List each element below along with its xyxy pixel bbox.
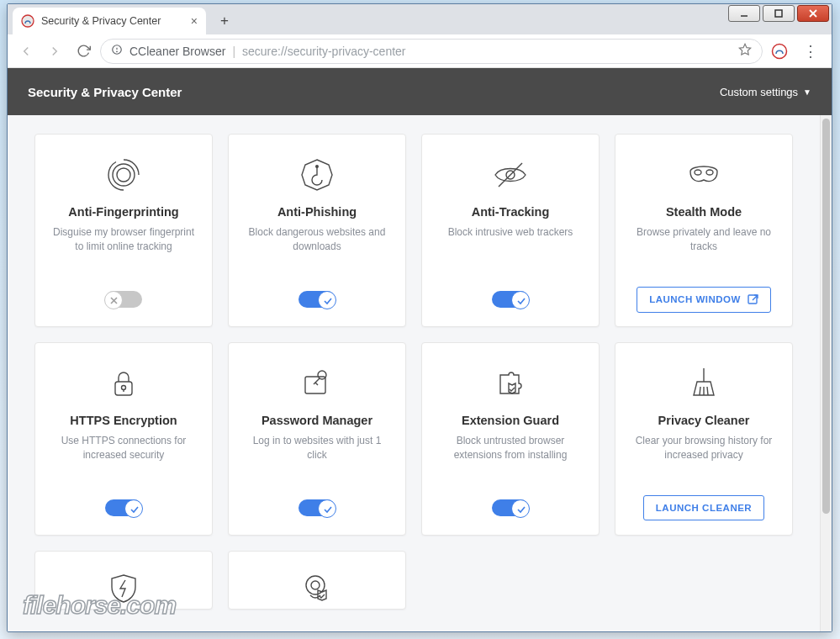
ccleaner-extension-icon[interactable]	[771, 43, 788, 60]
toggle-switch[interactable]	[492, 499, 529, 516]
page-title: Security & Privacy Center	[28, 85, 182, 99]
card-description: Log in to websites with just 1 click	[242, 434, 392, 462]
window-controls	[728, 4, 832, 24]
caret-down-icon: ▼	[803, 87, 811, 97]
feature-card	[228, 551, 406, 610]
card-title: Anti-Fingerprinting	[68, 205, 178, 219]
card-description: Block dangerous websites and downloads	[242, 225, 392, 254]
card-description: Block untrusted browser extensions from …	[436, 434, 585, 462]
feature-card: Anti-Tracking Block intrusive web tracke…	[421, 134, 600, 327]
browser-toolbar: CCleaner Browser | secure://security-pri…	[8, 34, 832, 68]
maximize-button[interactable]	[763, 5, 795, 22]
card-title: Stealth Mode	[666, 205, 742, 219]
browser-menu-icon[interactable]: ⋮	[796, 42, 825, 61]
bookmark-star-icon[interactable]	[738, 43, 752, 59]
card-description: Block intrusive web trackers	[448, 225, 573, 254]
svg-point-6	[117, 51, 118, 52]
card-description: Browse privately and leave no tracks	[629, 225, 779, 254]
page-content: Security & Privacy Center Custom setting…	[8, 68, 832, 631]
toggle-switch[interactable]	[298, 499, 335, 516]
cards-grid-scroll[interactable]: Anti-Fingerprinting Disguise my browser …	[8, 115, 820, 631]
fingerprint-icon	[103, 151, 144, 198]
launch-button-label: LAUNCH WINDOW	[649, 294, 741, 304]
key-icon	[297, 360, 337, 407]
toggle-switch[interactable]	[105, 291, 142, 308]
tab-favicon-icon	[21, 14, 34, 28]
launch-button[interactable]: LAUNCH CLEANER	[643, 495, 764, 520]
card-description: Clear your browsing history for increase…	[629, 434, 779, 462]
svg-marker-7	[739, 44, 750, 55]
page-header: Security & Privacy Center Custom setting…	[8, 68, 832, 115]
feature-card: Extension Guard Block untrusted browser …	[421, 342, 600, 536]
lock-icon	[103, 360, 144, 407]
card-description: Disguise my browser fingerprint to limit…	[49, 225, 198, 254]
cards-grid: Anti-Fingerprinting Disguise my browser …	[34, 134, 793, 536]
card-title: Password Manager	[262, 414, 372, 427]
feature-card: Password Manager Log in to websites with…	[228, 342, 406, 536]
cards-grid-partial	[34, 551, 793, 610]
vertical-scrollbar[interactable]	[820, 115, 832, 631]
back-button[interactable]	[14, 40, 38, 63]
feature-card: HTTPS Encryption Use HTTPS connections f…	[34, 342, 213, 536]
card-title: HTTPS Encryption	[70, 414, 177, 427]
phishing-icon	[297, 151, 337, 198]
tab-strip: Security & Privacy Center × +	[8, 4, 832, 34]
minimize-button[interactable]	[728, 5, 760, 22]
toggle-switch[interactable]	[105, 499, 142, 516]
tab-title: Security & Privacy Center	[41, 15, 161, 27]
toggle-switch[interactable]	[298, 291, 335, 308]
tab-close-icon[interactable]: ×	[191, 14, 198, 28]
mask-icon	[684, 151, 724, 198]
launch-button[interactable]: LAUNCH WINDOW	[637, 287, 771, 313]
webcam-shield-icon	[297, 568, 337, 609]
browser-tab[interactable]: Security & Privacy Center ×	[13, 8, 206, 34]
card-description: Use HTTPS connections for increased secu…	[49, 434, 198, 462]
broom-icon	[684, 360, 724, 407]
card-title: Privacy Cleaner	[658, 414, 750, 427]
close-button[interactable]	[797, 5, 829, 22]
scrollbar-thumb[interactable]	[822, 119, 830, 514]
card-title: Anti-Phishing	[277, 205, 357, 219]
feature-card: Stealth Mode Browse privately and leave …	[615, 134, 793, 327]
svg-rect-1	[775, 10, 782, 17]
feature-card: Anti-Fingerprinting Disguise my browser …	[34, 134, 213, 327]
forward-button[interactable]	[43, 40, 66, 63]
card-title: Extension Guard	[462, 414, 559, 427]
site-info-icon[interactable]	[111, 44, 123, 58]
feature-card	[34, 551, 213, 610]
eye-slash-icon	[490, 151, 531, 198]
toggle-switch[interactable]	[492, 291, 529, 308]
card-title: Anti-Tracking	[472, 205, 550, 219]
feature-card: Privacy Cleaner Clear your browsing hist…	[615, 342, 793, 536]
app-window: Security & Privacy Center × + CCleaner B…	[7, 3, 832, 632]
url-text: secure://security-privacy-center	[242, 45, 406, 58]
new-tab-button[interactable]: +	[213, 9, 236, 33]
feature-card: Anti-Phishing Block dangerous websites a…	[228, 134, 406, 327]
browser-brand-label: CCleaner Browser	[129, 45, 225, 58]
reload-button[interactable]	[71, 40, 95, 63]
launch-button-label: LAUNCH CLEANER	[656, 503, 752, 513]
settings-dropdown[interactable]: Custom settings ▼	[720, 86, 811, 98]
puzzle-shield-icon	[490, 360, 531, 407]
settings-label: Custom settings	[720, 86, 798, 98]
flash-shield-icon	[103, 568, 144, 609]
address-bar[interactable]: CCleaner Browser | secure://security-pri…	[100, 39, 763, 64]
